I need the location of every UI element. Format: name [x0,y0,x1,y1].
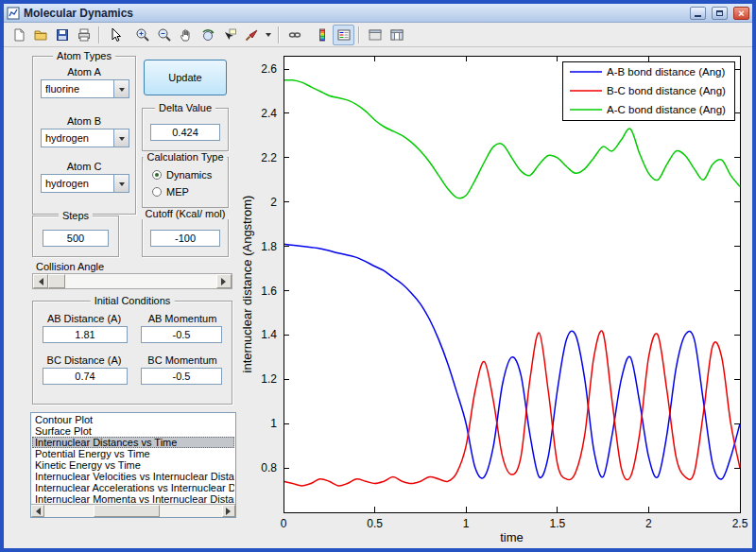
data-cursor-icon[interactable] [218,25,240,45]
y-tick-label: 2.6 [261,62,277,76]
x-axis-label: time [500,530,524,544]
x-tick-label: 2 [645,517,652,530]
bc-momentum-label: BC Momentum [137,354,228,366]
chevron-down-icon [113,80,129,97]
chevron-down-icon [113,175,129,192]
listbox-horizontal-scrollbar[interactable] [31,504,235,517]
radio-mep[interactable]: MEP [152,186,189,198]
link-plot-icon[interactable] [284,25,305,45]
steps-panel: Steps [32,216,119,257]
ab-momentum-field[interactable] [141,326,222,343]
scrollbar-track[interactable] [44,505,222,517]
save-figure-icon[interactable] [51,25,73,45]
chart[interactable]: 00.511.522.50.811.21.41.61.822.22.42.6ti… [238,47,752,548]
atom-b-value: hydrogen [42,129,113,147]
x-tick-label: 0.5 [367,517,383,530]
bc-distance-field[interactable] [43,368,128,385]
delta-value-field[interactable] [150,124,220,141]
close-button[interactable]: × [733,7,749,20]
y-tick-label: 2.4 [261,107,277,120]
y-tick-label: 1.4 [261,328,277,341]
toolbar-separator [98,26,100,43]
y-tick-label: 0.8 [261,461,277,474]
pan-icon[interactable] [175,25,197,45]
cutoff-title: Cutoff (Kcal/ mol) [142,208,230,219]
toolbar-separator [278,26,280,43]
bc-momentum-field[interactable] [141,368,222,385]
list-item[interactable]: Potential Energy vs Time [32,448,234,459]
figure-toolbar [4,23,752,47]
open-file-icon[interactable] [29,25,51,45]
calculation-type-panel: Calculation Type Dynamics MEP [142,157,229,208]
radio-dynamics[interactable]: Dynamics [152,169,212,181]
window-title: Molecular Dynamics [24,7,684,20]
list-item[interactable]: Internuclear Momenta vs Internuclear Dis… [32,493,234,503]
new-figure-icon[interactable] [8,25,29,45]
x-tick-label: 2.5 [732,517,748,530]
update-button[interactable]: Update [144,60,227,95]
zoom-in-icon[interactable] [131,25,153,45]
scrollbar-left-arrow-icon[interactable] [31,505,44,517]
ab-distance-field[interactable] [43,326,128,343]
steps-field[interactable] [43,230,109,247]
collision-angle-label: Collision Angle [36,261,104,272]
legend-entry-label: A-C bond distance (Ang) [607,104,726,115]
x-tick-label: 1.5 [549,517,565,530]
list-item[interactable]: Contour Plot [32,414,234,425]
calculation-type-title: Calculation Type [143,151,227,163]
slider-thumb[interactable] [48,274,65,288]
radio-dynamics-icon [152,170,162,180]
atom-b-label: Atom B [33,115,135,127]
initial-conditions-panel: Initial Conditions AB Distance (A) AB Mo… [32,301,232,405]
radio-mep-icon [152,187,162,197]
y-tick-label: 2.2 [261,151,277,164]
y-tick-label: 2 [270,196,277,209]
brush-dropdown-icon[interactable] [262,25,274,45]
atom-a-dropdown[interactable]: fluorine [41,79,129,98]
list-item[interactable]: Surface Plot [32,425,234,437]
x-tick-label: 0 [281,517,287,530]
y-axis-label: internuclear distance (Angstrom) [240,196,254,373]
y-tick-label: 1 [270,417,277,430]
rotate-3d-icon[interactable] [197,25,218,45]
axes-area[interactable]: 00.511.522.50.811.21.41.61.822.22.42.6ti… [238,47,752,548]
brush-icon[interactable] [240,25,262,45]
scrollbar-thumb[interactable] [94,505,160,517]
steps-title: Steps [59,210,93,221]
insert-colorbar-icon[interactable] [311,25,333,45]
plot-type-listbox[interactable]: Contour Plot Surface Plot Internuclear D… [30,412,236,518]
print-figure-icon[interactable] [73,25,94,45]
atom-c-value: hydrogen [42,175,113,192]
initial-conditions-title: Initial Conditions [91,295,175,306]
cutoff-field[interactable] [150,230,220,247]
edit-plot-icon[interactable] [104,25,126,45]
delta-value-panel: Delta Value [142,108,229,151]
list-item[interactable]: Internuclear Accelerations vs Internucle… [32,482,234,493]
figure-window: Molecular Dynamics × Atom Types Atom A [0,0,756,552]
legend-entry-label: A-B bond distance (Ang) [607,66,725,78]
zoom-out-icon[interactable] [153,25,175,45]
show-plot-tools-icon[interactable] [386,25,407,45]
slider-left-arrow-icon[interactable] [33,274,48,288]
ab-momentum-label: AB Momentum [137,313,228,324]
radio-dynamics-label: Dynamics [166,169,212,181]
slider-track[interactable] [65,274,216,288]
atom-c-dropdown[interactable]: hydrogen [41,174,129,193]
slider-right-arrow-icon[interactable] [216,274,232,288]
toolbar-separator [358,26,360,43]
insert-legend-icon[interactable] [333,25,354,45]
maximize-button[interactable] [712,7,728,20]
list-item[interactable]: Kinetic Energy vs Time [32,459,234,471]
app-icon [7,7,20,20]
list-item[interactable]: Internuclear Velocities vs Internuclear … [32,471,234,482]
minimize-button[interactable] [690,7,706,20]
hide-plot-tools-icon[interactable] [364,25,386,45]
scrollbar-right-arrow-icon[interactable] [222,505,235,517]
atom-c-label: Atom C [33,161,135,172]
collision-angle-slider[interactable] [32,273,232,289]
atom-a-label: Atom A [33,66,135,78]
list-item-selected[interactable]: Internuclear Distances vs Time [32,437,234,448]
titlebar[interactable]: Molecular Dynamics × [4,4,752,23]
atom-b-dropdown[interactable]: hydrogen [41,129,129,147]
x-tick-label: 1 [463,517,470,530]
